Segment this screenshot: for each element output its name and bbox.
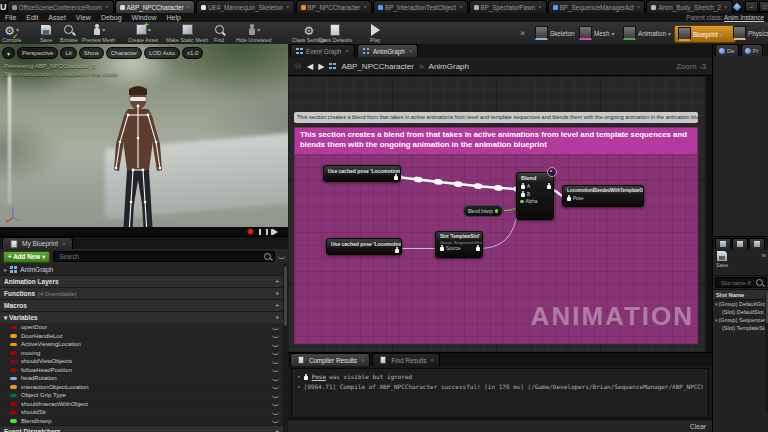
breadcrumb-current[interactable]: AnimGraph — [429, 62, 469, 71]
minitab-2[interactable] — [732, 238, 748, 249]
viewport-button-lit[interactable]: Lit — [60, 47, 76, 59]
viewport-button-perspective[interactable]: Perspective — [17, 47, 58, 59]
pose-pin-b[interactable] — [520, 191, 525, 197]
variable-row-DoorHandleLoc[interactable]: DoorHandleLoc — [0, 332, 283, 341]
variable-row-shouldInteractWithObject[interactable]: shouldInteractWithObject — [0, 400, 283, 409]
mode-button-mesh[interactable]: Mesh▾ — [576, 25, 624, 41]
pose-pin-out[interactable] — [546, 183, 551, 189]
section-variables[interactable]: ▾ Variables+ — [0, 311, 283, 323]
node-slot-templateslot[interactable]: Slot 'TemplateSlot' Group 'SequencerGrou… — [435, 231, 483, 258]
menu-debug[interactable]: Debug — [96, 14, 127, 21]
mode-button-skeleton[interactable]: Skeleton — [532, 25, 580, 41]
slot-save-button[interactable]: Save — [716, 251, 728, 268]
pause-icon[interactable] — [259, 229, 268, 235]
close-icon[interactable]: × — [286, 4, 290, 10]
asset-tab-BP_SpectatorPawn[interactable]: BP_SpectatorPawn× — [469, 0, 547, 13]
pose-pin-in[interactable] — [439, 245, 444, 251]
tab-find-results[interactable]: Find Results× — [372, 353, 440, 366]
viewport-button-lod-auto[interactable]: LOD Auto — [144, 47, 180, 59]
slot-name-header[interactable]: Slot Name — [713, 289, 768, 300]
mode-button-blueprint[interactable]: Blueprint▾ — [674, 25, 736, 43]
pose-pin-in[interactable] — [566, 195, 571, 201]
variable-row-BlendInterp[interactable]: BlendInterp — [0, 417, 283, 426]
section-functions[interactable]: Functions(4 Overridable)+ — [0, 287, 283, 299]
sidebar-item-animgraph[interactable]: ▸AnimGraph — [0, 264, 283, 275]
node-save-cached-pose[interactable]: LocomotionBlendedWithTemplateOverride Po… — [562, 185, 644, 207]
eye-closed-icon[interactable] — [272, 384, 279, 389]
eye-closed-icon[interactable] — [272, 418, 279, 423]
asset-tab-OfficeSceneConferenceRoom[interactable]: OfficeSceneConferenceRoom× — [7, 0, 114, 13]
log-link[interactable]: Pose — [312, 372, 326, 382]
variable-row-openDoor[interactable]: openDoor — [0, 323, 283, 332]
record-icon[interactable] — [247, 228, 254, 235]
toolbar-save-button[interactable]: Save — [40, 23, 52, 43]
slot-row-1[interactable]: (Slot) DefaultSlot — [713, 308, 768, 316]
eye-closed-icon[interactable] — [272, 333, 279, 338]
preview-viewport[interactable]: ▾PerspectiveLitShowCharacterLOD Autox1.0… — [0, 44, 288, 236]
variable-row-interactionObjectLocation[interactable]: interactionObjectLocation — [0, 383, 283, 392]
variable-row-Object-Grip-Type[interactable]: Object Grip Type — [0, 391, 283, 400]
overflow-chevrons-icon[interactable]: » — [520, 28, 525, 38]
slot-filter-box[interactable] — [715, 277, 767, 288]
close-icon[interactable]: × — [637, 4, 641, 10]
breadcrumb-root[interactable]: ABP_NPCCharacter — [341, 62, 413, 71]
float-pin-out[interactable] — [495, 209, 499, 213]
asset-tab-BP_NPCCharacter[interactable]: BP_NPCCharacter× — [296, 0, 372, 13]
toolbar-hide-unrelated-button[interactable]: ▾Hide Unrelated — [236, 23, 271, 43]
toolbar-browse-button[interactable]: Browse — [60, 23, 78, 43]
expand-chevrons[interactable]: » — [762, 251, 766, 260]
add-icon[interactable]: + — [275, 278, 279, 285]
node-use-cached-pose-top[interactable]: Use cached pose 'LocomotionStarting' — [323, 165, 401, 182]
slot-filter-input[interactable] — [719, 279, 753, 287]
animgraph-canvas[interactable]: This section creates a blend from that t… — [288, 76, 706, 352]
filter-eye-icon[interactable] — [278, 254, 285, 259]
graph-tab-animgraph[interactable]: AnimGraph× — [357, 44, 418, 57]
minitab-1[interactable] — [715, 238, 731, 249]
variable-row-shouldSit[interactable]: shouldSit — [0, 408, 283, 417]
asset-tab-ABP_NPCCharacter[interactable]: ABP_NPCCharacter× — [115, 0, 196, 13]
add-icon[interactable]: + — [275, 314, 279, 321]
pose-pin-out[interactable] — [394, 247, 399, 253]
section-macros[interactable]: Macros+ — [0, 299, 283, 311]
clear-button[interactable]: Clear — [690, 423, 706, 430]
menu-edit[interactable]: Edit — [21, 14, 43, 21]
eye-closed-icon[interactable] — [272, 359, 279, 364]
eye-closed-icon[interactable] — [272, 376, 279, 381]
nav-back-icon[interactable]: ◀ — [307, 62, 313, 71]
nav-forward-icon[interactable]: ▶ — [318, 62, 324, 71]
close-icon[interactable]: × — [105, 4, 109, 10]
menu-asset[interactable]: Asset — [43, 14, 71, 21]
close-icon[interactable]: × — [409, 48, 413, 54]
menu-help[interactable]: Help — [161, 14, 185, 21]
toolbar-make-static-mesh-button[interactable]: Make Static Mesh — [166, 23, 208, 43]
eye-closed-icon[interactable] — [272, 393, 279, 398]
slot-row-0[interactable]: ▾(Group) DefaultGroup — [713, 300, 768, 308]
viewport-button-show[interactable]: Show — [79, 47, 104, 59]
toolbar-preview-mesh-button[interactable]: ▾Preview Mesh — [82, 23, 115, 43]
section-event-dispatchers[interactable]: Event Dispatchers+ — [0, 425, 283, 432]
toolbar-class-defaults-button[interactable]: Class Defaults — [318, 23, 352, 43]
watch-icon[interactable] — [547, 167, 557, 177]
alpha-pin[interactable] — [520, 200, 524, 204]
close-icon[interactable]: × — [345, 48, 349, 54]
viewport-button-x1-0[interactable]: x1.0 — [182, 47, 203, 59]
bookmark-star-icon[interactable]: ☆ — [294, 61, 302, 71]
variable-row-headRotation[interactable]: headRotation — [0, 374, 283, 383]
add-icon[interactable]: + — [275, 428, 279, 432]
eye-closed-icon[interactable] — [272, 325, 279, 330]
eye-closed-icon[interactable] — [272, 342, 279, 347]
eye-closed-icon[interactable] — [272, 367, 279, 372]
toolbar-play-button[interactable]: Play — [370, 23, 380, 43]
asset-tab-Anim_Body_Stretch_2[interactable]: Anim_Body_Stretch_2× — [646, 0, 732, 13]
eye-closed-icon[interactable] — [272, 410, 279, 415]
step-forward-icon[interactable] — [273, 229, 278, 235]
close-icon[interactable]: × — [538, 4, 542, 10]
asset-tab-BP_SequenceManagerAct[interactable]: BP_SequenceManagerAct× — [548, 0, 646, 13]
toolbar-compile-button[interactable]: ▾Compile — [2, 23, 21, 43]
close-icon[interactable]: × — [363, 4, 367, 10]
mode-button-physics[interactable]: Physics — [730, 25, 768, 41]
close-icon[interactable]: × — [62, 241, 66, 247]
section-animation-layers[interactable]: Animation Layers+ — [0, 275, 283, 287]
variable-row-shouldViewObjects[interactable]: shouldViewObjects — [0, 357, 283, 366]
right-tab-pr[interactable]: Pr — [741, 44, 763, 56]
